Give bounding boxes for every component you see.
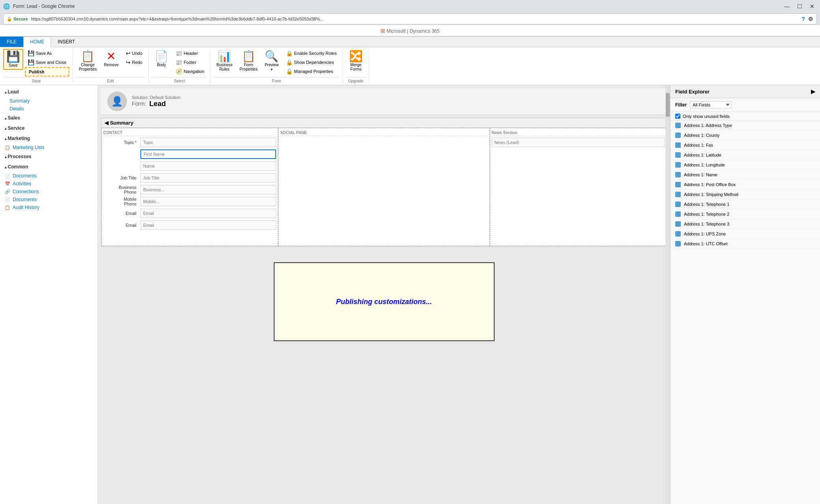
marketing-lists-label: Marketing Lists <box>13 145 45 150</box>
merge-forms-button[interactable]: 🔀 Merge Forms <box>346 49 366 73</box>
contact-column: CONTACT Topic* <box>101 128 278 246</box>
managed-properties-button[interactable]: 🔒 Managed Properties <box>283 67 340 76</box>
close-button[interactable]: ✕ <box>807 3 817 9</box>
save-button[interactable]: 💾 Save <box>3 49 23 70</box>
fe-list-item[interactable]: Address 1: UTC Offset <box>671 239 820 249</box>
header-button[interactable]: 📰 Header <box>173 49 207 58</box>
undo-redo-stack: ↩ Undo ↪ Redo <box>123 49 145 67</box>
sidebar-item-documents[interactable]: 📄 Documents <box>0 172 97 180</box>
redo-button[interactable]: ↪ Redo <box>123 58 145 67</box>
remove-button[interactable]: ✕ Remove <box>101 49 121 69</box>
footer-button[interactable]: 📰 Footer <box>173 58 207 67</box>
ribbon-content: 💾 Save 💾 Save As 💾 Save and Close Publis… <box>0 47 820 85</box>
tab-file[interactable]: FILE <box>0 37 23 47</box>
undo-button[interactable]: ↩ Undo <box>123 49 145 58</box>
email2-input[interactable] <box>140 220 276 230</box>
show-dependencies-button[interactable]: 🔒 Show Dependencies <box>283 58 340 67</box>
secure-badge: 🔒 Secure <box>7 17 28 22</box>
connections-icon: 🔗 <box>5 189 10 194</box>
fe-item-label: Address 1: County <box>684 133 720 138</box>
fe-list-item[interactable]: Address 1: Name <box>671 170 820 180</box>
publishing-overlay: Publishing customizations... <box>274 262 495 341</box>
email2-label: Email <box>103 223 139 228</box>
sidebar-section-processes[interactable]: Processes <box>0 151 97 162</box>
sidebar-section-marketing[interactable]: Marketing <box>0 133 97 144</box>
business-phone-input[interactable] <box>140 185 276 194</box>
collapse-icon[interactable]: ◀ <box>105 120 110 126</box>
address-bar[interactable]: 🔒 Secure https://sg807b5630304.crm10.dyn… <box>3 13 817 24</box>
social-pane-column: SOCIAL PANE <box>278 128 489 246</box>
fe-item-icon <box>675 231 681 237</box>
fe-list-item[interactable]: Address 1: Fax <box>671 140 820 150</box>
undo-icon: ↩ <box>126 50 131 56</box>
change-properties-button[interactable]: 📋 Change Properties <box>76 49 100 73</box>
sidebar-item-summary[interactable]: Summary <box>0 97 97 105</box>
sidebar-section-lead[interactable]: Lead <box>0 87 97 97</box>
email1-input[interactable] <box>140 209 276 218</box>
managed-icon: 🔒 <box>286 68 293 75</box>
sidebar-item-marketing-lists[interactable]: 📋 Marketing Lists <box>0 144 97 151</box>
sidebar-item-connections[interactable]: 🔗 Connections <box>0 188 97 196</box>
business-rules-button[interactable]: 📊 Business Rules <box>214 49 235 73</box>
title-bar: 🌐 Form: Lead - Google Chrome — ☐ ✕ <box>0 0 820 13</box>
fe-list-item[interactable]: Address 1: County <box>671 131 820 140</box>
news-input[interactable] <box>492 138 665 147</box>
fe-item-icon <box>675 162 681 168</box>
sidebar-item-details[interactable]: Details <box>0 105 97 113</box>
sidebar-item-activities[interactable]: 📅 Activities <box>0 180 97 188</box>
fe-item-icon <box>675 152 681 158</box>
sidebar-section-common[interactable]: Common <box>0 162 97 172</box>
enable-security-button[interactable]: 🔒 Enable Security Roles <box>283 49 340 58</box>
fe-list-item[interactable]: Address 1: UPS Zone <box>671 229 820 239</box>
body-button[interactable]: 📄 Body <box>152 49 171 69</box>
email1-label: Email <box>103 211 139 216</box>
job-title-input[interactable] <box>140 173 276 183</box>
tab-home[interactable]: HOME <box>23 37 51 47</box>
fe-list-item[interactable]: Address 1: Longitude <box>671 160 820 170</box>
publish-button[interactable]: Publish <box>25 67 69 77</box>
last-name-input[interactable] <box>140 161 276 171</box>
mobile-phone-input[interactable] <box>140 197 276 206</box>
fe-item-label: Address 1: Longitude <box>684 162 725 167</box>
field-business-phone: Business Phone <box>103 185 276 194</box>
minimize-button[interactable]: — <box>782 3 792 9</box>
fe-item-label: Address 1: Address Type <box>684 123 732 128</box>
first-name-input[interactable] <box>140 149 276 159</box>
maximize-button[interactable]: ☐ <box>795 3 804 9</box>
tab-insert[interactable]: INSERT <box>51 37 82 47</box>
navigation-button[interactable]: 🧭 Navigation <box>173 67 207 76</box>
fe-list-item[interactable]: Address 1: Post Office Box <box>671 180 820 190</box>
publishing-text: Publishing customizations... <box>336 298 432 306</box>
help-icon[interactable]: ? <box>801 16 805 22</box>
save-close-button[interactable]: 💾 Save and Close <box>25 58 69 67</box>
topic-input[interactable] <box>140 138 276 147</box>
field-job-title: Job Title <box>103 173 276 183</box>
fe-filter-select[interactable]: All Fields Unused Fields Required Fields <box>690 101 732 108</box>
sidebar-section-service[interactable]: Service <box>0 123 97 133</box>
url-text[interactable]: https://sg807b5630304.crm10.dynamics.com… <box>31 17 799 21</box>
fe-list-item[interactable]: Address 1: Shipping Method <box>671 190 820 200</box>
fe-list-item[interactable]: Address 1: Telephone 2 <box>671 209 820 219</box>
sidebar-item-audit-history[interactable]: 📋 Audit History <box>0 203 97 211</box>
show-unused-checkbox[interactable] <box>675 114 680 119</box>
fe-expand-icon[interactable]: ▶ <box>811 88 815 95</box>
save-as-button[interactable]: 💾 Save As <box>25 49 69 58</box>
fe-checkbox-row: Only show unused fields <box>671 112 820 121</box>
preview-button[interactable]: 🔍 Preview ▼ <box>262 49 282 73</box>
sidebar-section-sales[interactable]: Sales <box>0 113 97 123</box>
fe-list-item[interactable]: Address 1: Address Type <box>671 121 820 131</box>
fe-list-item[interactable]: Address 1: Latitude <box>671 150 820 160</box>
form-options-stack: 🔒 Enable Security Roles 🔒 Show Dependenc… <box>283 49 340 76</box>
canvas-scrollbar[interactable] <box>665 85 670 504</box>
fe-list-item[interactable]: Address 1: Telephone 1 <box>671 200 820 209</box>
header-footer-nav-stack: 📰 Header 📰 Footer 🧭 Navigation <box>173 49 207 76</box>
fe-list-item[interactable]: Address 1: Telephone 3 <box>671 219 820 229</box>
settings-icon[interactable]: ⚙ <box>808 16 813 22</box>
navigation-icon: 🧭 <box>176 68 182 75</box>
save-as-icon: 💾 <box>28 50 34 56</box>
remove-icon: ✕ <box>106 51 116 62</box>
canvas-scroll-thumb[interactable] <box>666 93 670 117</box>
form-properties-button[interactable]: 📋 Form Properties <box>237 49 260 73</box>
section-label: Summary <box>110 120 133 126</box>
sidebar-item-documents2[interactable]: 📄 Documents <box>0 196 97 203</box>
